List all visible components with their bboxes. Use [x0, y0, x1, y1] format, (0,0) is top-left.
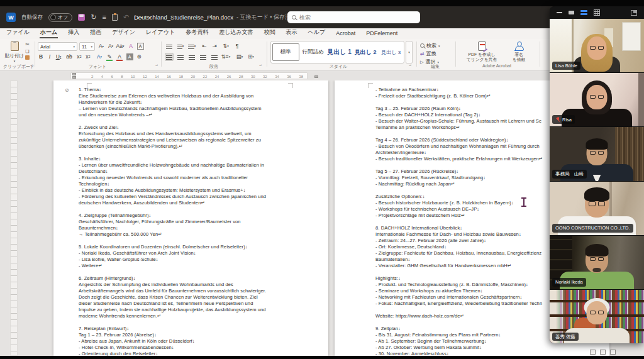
menu-tab[interactable]: 挿入	[67, 27, 80, 38]
increase-indent-icon[interactable]: ⇥	[210, 42, 219, 50]
menu-tab[interactable]: ホーム	[40, 27, 58, 38]
borders-icon[interactable]: ⊞▾	[247, 53, 255, 61]
thumbnail-view-icon[interactable]	[569, 11, 574, 14]
grow-font-icon[interactable]: A▴	[97, 42, 106, 50]
line-spacing-icon[interactable]: ⇅≡▾	[221, 53, 230, 61]
copy-icon[interactable]: ❏	[25, 49, 29, 53]
minimize-icon[interactable]	[557, 12, 562, 13]
italic-icon[interactable]: I	[45, 53, 54, 61]
font-size-select[interactable]: 11▾	[79, 42, 95, 51]
strikethrough-icon[interactable]: ab	[65, 53, 74, 61]
highlight-color-icon[interactable]: ✎	[105, 53, 114, 61]
document-area: 1. Thema↓Eine Studienreise zum Erlernen …	[0, 80, 644, 356]
shading-icon[interactable]: ▤▾	[235, 53, 244, 61]
search-input[interactable]	[299, 14, 406, 21]
align-center-icon[interactable]	[176, 53, 185, 61]
menu-tab[interactable]: ファイル	[6, 27, 30, 38]
create-pdf-button[interactable]: PDF を作成してリンクを共有	[459, 41, 504, 63]
font-name-select[interactable]: Arial▾	[38, 42, 77, 51]
document-line	[79, 206, 325, 213]
video-tile-noriaki[interactable]: Noriaki Ikeda	[550, 236, 644, 289]
video-tile-lisa[interactable]: Lisa Böhle	[550, 19, 644, 72]
search-icon	[292, 15, 296, 19]
style-item[interactable]: 標準	[272, 43, 299, 61]
style-gallery-more-icon[interactable]: ▾	[406, 41, 413, 64]
bold-icon[interactable]: B	[36, 53, 45, 61]
glasses	[590, 257, 604, 261]
menu-tab[interactable]: ヘルプ	[308, 27, 326, 38]
menu-tab[interactable]: 参考資料	[185, 27, 209, 38]
clipboard-dialog-launcher[interactable]: ⌐	[30, 64, 33, 68]
view-mode-status-icons[interactable]	[590, 350, 616, 355]
redo-icon[interactable]: ↻	[91, 14, 96, 21]
request-signature-button[interactable]: 署名を依頼	[503, 41, 535, 63]
font-dialog-launcher[interactable]: ⌐	[155, 64, 158, 68]
underline-icon[interactable]: U▾	[54, 53, 63, 61]
subscript-icon[interactable]: x2	[75, 53, 84, 61]
video-tile-sato[interactable]: 善秀 佐藤	[550, 290, 644, 343]
right-indent-marker[interactable]	[314, 75, 318, 78]
style-dialog-launcher[interactable]: ⌐	[409, 64, 411, 68]
read-aloud-icon[interactable]: ≡	[103, 14, 106, 21]
justify-icon[interactable]	[199, 53, 208, 61]
numbered-list-icon[interactable]: ▾	[176, 42, 185, 50]
bullet-list-icon[interactable]	[165, 42, 174, 50]
document-line: Handwerkern für die Zukunft↓	[79, 99, 325, 106]
clipboard-qat-icon[interactable]	[112, 14, 118, 21]
popout-icon[interactable]	[631, 10, 637, 16]
video-tile-risa[interactable]: Risa	[550, 73, 644, 126]
align-left-icon[interactable]	[165, 53, 174, 61]
menu-tab[interactable]: 表示	[286, 27, 298, 38]
menu-tab[interactable]: 差し込み文書	[218, 27, 253, 38]
video-tile-oono[interactable]: OONO CONSTRUCTION CO.,LTD.	[550, 182, 644, 235]
undo-icon[interactable]: ↶	[123, 14, 129, 21]
menu-tab[interactable]: PDFelement	[365, 29, 398, 38]
video-panel-header[interactable]	[550, 6, 644, 19]
multilevel-list-icon[interactable]: ▾	[187, 42, 196, 50]
decrease-indent-icon[interactable]: ⇤	[200, 42, 209, 50]
phonetic-guide-icon[interactable]: A	[136, 42, 145, 50]
document-line: - Erkundung neuester Wohntrends und sowo…	[79, 175, 325, 181]
menu-tab[interactable]: 校閲	[264, 27, 276, 38]
speaker-view-icon[interactable]	[580, 9, 587, 16]
video-tile-yamazaki-active-speaker[interactable]: 事務局 山崎	[550, 127, 644, 180]
superscript-icon[interactable]: x2	[84, 53, 92, 61]
align-right-icon[interactable]	[187, 53, 196, 61]
horizontal-ruler[interactable]: 2468101214161820222426283032343638	[70, 72, 308, 79]
style-item[interactable]: 見出し 2	[353, 45, 379, 60]
hanging-indent-marker[interactable]	[72, 76, 76, 79]
sort-icon[interactable]: ⇅▾	[221, 42, 230, 50]
screen-bottom-strip	[0, 356, 644, 359]
paragraph-dialog-launcher[interactable]: ⌐	[259, 64, 262, 68]
first-line-indent-marker[interactable]	[72, 73, 76, 75]
save-icon[interactable]	[78, 14, 85, 21]
paste-button[interactable]: 貼り付け ▾	[4, 41, 25, 64]
enclose-characters-icon[interactable]: ⊕	[135, 53, 143, 61]
autosave-toggle[interactable]: オフ	[48, 13, 72, 22]
change-case-icon[interactable]: Aa▾	[116, 42, 125, 50]
character-shading-icon[interactable]: A	[125, 53, 134, 61]
clear-formatting-icon[interactable]: A	[126, 42, 135, 50]
style-item[interactable]: 見出し 3	[378, 45, 404, 60]
find-button[interactable]: 検索▾	[420, 42, 440, 49]
zoom-video-panel: Lisa Böhle Risa 事務局 山崎 OONO CONSTRUCTION…	[550, 6, 644, 343]
font-color-icon[interactable]: A	[115, 53, 124, 61]
style-item[interactable]: 行間詰め	[301, 45, 326, 60]
formatting-marks-icon[interactable]: ¶	[233, 42, 242, 50]
style-item[interactable]: 見出し 1	[326, 44, 353, 60]
cut-icon[interactable]: ✂	[25, 42, 30, 47]
document-line: zukünftige Unternehmensstrategien und Le…	[79, 137, 325, 143]
shrink-font-icon[interactable]: A▾	[106, 42, 115, 50]
gallery-view-icon[interactable]	[594, 9, 600, 16]
ruler-row: 2468101214161820222426283032343638	[0, 71, 644, 80]
menu-tab[interactable]: 描画	[89, 27, 102, 38]
menu-tab[interactable]: デザイン	[111, 27, 136, 38]
search-box[interactable]	[287, 11, 420, 23]
distribute-icon[interactable]	[210, 53, 219, 61]
menu-tab[interactable]: レイアウト	[145, 27, 175, 38]
replace-button[interactable]: ⇄置換	[420, 50, 436, 57]
text-effects-icon[interactable]: A▾	[95, 53, 104, 61]
menu-tab[interactable]: Acrobat	[335, 29, 356, 38]
format-painter-icon[interactable]	[25, 55, 30, 60]
vertical-ruler[interactable]	[10, 80, 18, 356]
